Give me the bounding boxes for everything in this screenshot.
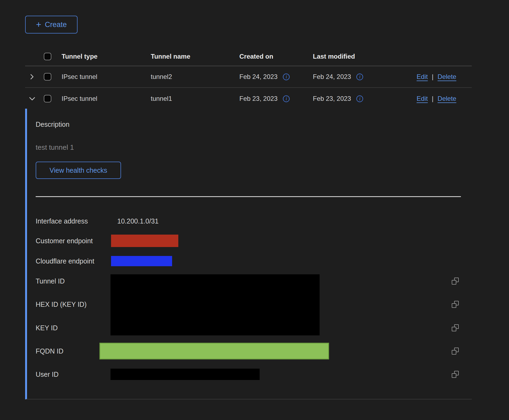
copy-icon[interactable] <box>452 348 459 355</box>
tunnel-name-cell: tunnel1 <box>151 95 239 102</box>
plus-icon: + <box>36 20 41 29</box>
info-icon[interactable]: i <box>283 95 290 102</box>
interface-address-value: 10.200.1.0/31 <box>117 217 159 225</box>
key-id-label: KEY ID <box>36 324 58 332</box>
fqdn-id-label: FQDN ID <box>36 347 63 355</box>
chevron-down-icon[interactable] <box>29 95 36 102</box>
column-header-created-on: Created on <box>239 53 313 60</box>
view-health-checks-button[interactable]: View health checks <box>36 162 121 179</box>
created-on-cell: Feb 23, 2023 i <box>239 95 313 102</box>
create-button[interactable]: + Create <box>25 16 78 34</box>
tunnel-type-cell: IPsec tunnel <box>62 73 151 81</box>
customer-endpoint-label: Customer endpoint <box>36 237 93 245</box>
tunnel-name-cell: tunnel2 <box>151 73 239 81</box>
section-divider <box>36 196 461 197</box>
created-date: Feb 24, 2023 <box>239 73 277 81</box>
cloudflare-endpoint-redaction <box>111 256 172 266</box>
column-header-tunnel-type: Tunnel type <box>62 53 151 60</box>
table-header-row: Tunnel type Tunnel name Created on Last … <box>25 47 472 66</box>
copy-icon[interactable] <box>452 371 459 378</box>
user-id-label: User ID <box>36 371 59 378</box>
row-checkbox[interactable] <box>44 73 51 81</box>
created-on-cell: Feb 24, 2023 i <box>239 73 313 81</box>
row-checkbox[interactable] <box>44 95 51 102</box>
ipsec-tunnels-page: + Create Tunnel type Tunnel name Created… <box>0 0 509 420</box>
info-icon[interactable]: i <box>356 95 363 102</box>
edit-link[interactable]: Edit <box>417 73 428 81</box>
modified-date: Feb 24, 2023 <box>313 73 351 81</box>
column-header-last-modified: Last modified <box>313 53 417 60</box>
copy-icon[interactable] <box>452 278 459 285</box>
description-value: test tunnel 1 <box>36 143 74 152</box>
info-icon[interactable]: i <box>356 74 363 80</box>
create-button-label: Create <box>45 21 67 29</box>
table-row-tunnel1: IPsec tunnel tunnel1 Feb 23, 2023 i Feb … <box>25 88 472 109</box>
info-icon[interactable]: i <box>283 74 290 80</box>
expanded-row-panel: Description test tunnel 1 View health ch… <box>25 109 472 399</box>
row-actions: Edit | Delete <box>417 95 472 102</box>
interface-address-label: Interface address <box>36 217 88 225</box>
edit-link[interactable]: Edit <box>417 95 428 102</box>
last-modified-cell: Feb 23, 2023 i <box>313 95 417 102</box>
table-row-tunnel2: IPsec tunnel tunnel2 Feb 24, 2023 i Feb … <box>25 66 472 88</box>
last-modified-cell: Feb 24, 2023 i <box>313 73 417 81</box>
modified-date: Feb 23, 2023 <box>313 95 351 102</box>
column-header-tunnel-name: Tunnel name <box>151 53 239 60</box>
tunnel-id-label: Tunnel ID <box>36 277 65 285</box>
row-actions: Edit | Delete <box>417 73 472 81</box>
customer-endpoint-redaction <box>111 235 178 247</box>
delete-link[interactable]: Delete <box>438 73 456 81</box>
created-date: Feb 23, 2023 <box>239 95 277 102</box>
user-id-redaction <box>110 369 260 380</box>
tunnel-type-cell: IPsec tunnel <box>62 95 151 102</box>
description-label: Description <box>36 121 69 128</box>
tunnels-table: Tunnel type Tunnel name Created on Last … <box>25 47 472 109</box>
fqdn-id-redaction <box>99 343 329 359</box>
copy-icon[interactable] <box>452 301 459 308</box>
chevron-right-icon[interactable] <box>29 74 35 80</box>
cloudflare-endpoint-label: Cloudflare endpoint <box>36 257 94 265</box>
action-separator: | <box>432 73 433 81</box>
select-all-checkbox[interactable] <box>44 53 51 60</box>
action-separator: | <box>432 95 433 102</box>
copy-icon[interactable] <box>452 324 459 331</box>
ids-redaction <box>110 274 320 335</box>
delete-link[interactable]: Delete <box>438 95 456 102</box>
hex-id-label: HEX ID (KEY ID) <box>36 301 86 308</box>
